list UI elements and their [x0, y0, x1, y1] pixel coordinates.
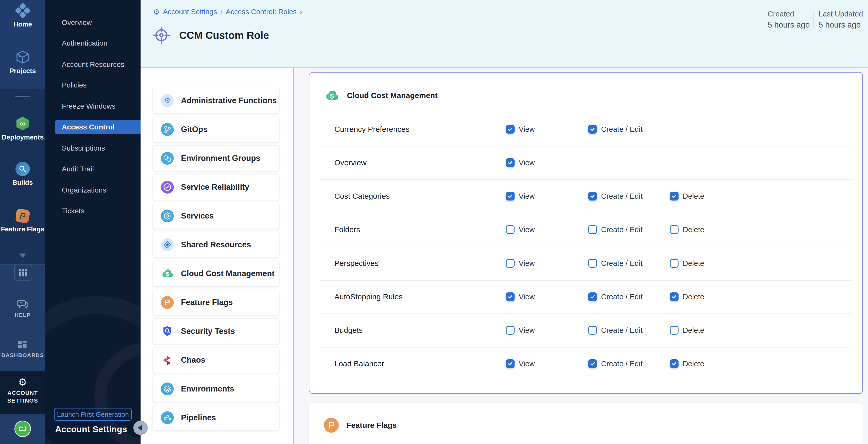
sidebar-item-freeze-windows[interactable]: Freeze Windows: [45, 99, 141, 114]
view-checkbox[interactable]: [506, 359, 515, 368]
row-divider: [320, 180, 852, 180]
sidebar-item-overview[interactable]: Overview: [45, 15, 141, 30]
view-permission: View: [506, 192, 535, 200]
account-settings-sidebar: Overview Authentication Account Resource…: [45, 0, 141, 444]
resource-category-feature-flags[interactable]: Feature Flags: [152, 290, 280, 315]
created-label: Created: [768, 10, 810, 18]
collapse-sidebar-toggle[interactable]: [133, 420, 148, 435]
content-divider: [293, 68, 294, 444]
last-updated-value: 5 hours ago: [818, 20, 863, 30]
create-edit-permission: Create / Edit: [588, 359, 643, 368]
nav-item-account-settings[interactable]: ⚙ ACCOUNT SETTINGS: [0, 377, 45, 405]
permission-row-folders: Folders View Create / Edit Delete: [334, 224, 852, 235]
nav-item-builds[interactable]: Builds: [0, 162, 45, 186]
launch-first-generation-button[interactable]: Launch First Generation: [54, 408, 132, 421]
nav-item-feature-flags[interactable]: Feature Flags: [0, 209, 45, 233]
create-edit-checkbox[interactable]: [588, 326, 597, 335]
delete-permission: Delete: [670, 326, 704, 335]
nav-item-help[interactable]: ? HELP: [0, 299, 45, 319]
hexagon-group-icon: [161, 152, 174, 165]
breadcrumb-access-control-roles[interactable]: Access Control: Roles: [226, 8, 297, 16]
view-checkbox[interactable]: [506, 125, 515, 134]
resource-category-service-reliability[interactable]: Service Reliability: [152, 174, 280, 200]
created-value: 5 hours ago: [768, 20, 810, 30]
resource-category-services[interactable]: Services: [152, 203, 280, 229]
resource-category-administrative-functions[interactable]: ⚙ Administrative Functions: [152, 88, 280, 114]
view-checkbox[interactable]: [506, 158, 515, 167]
sidebar-item-authentication[interactable]: Authentication: [45, 36, 141, 51]
resource-category-cloud-cost-management[interactable]: $ Cloud Cost Management: [152, 261, 280, 286]
sidebar-item-account-resources[interactable]: Account Resources: [45, 57, 141, 72]
sidebar-item-access-control[interactable]: Access Control: [55, 120, 141, 134]
create-edit-checkbox[interactable]: [588, 259, 597, 268]
shield-scan-icon: [161, 325, 174, 338]
create-edit-checkbox[interactable]: [588, 125, 597, 134]
page-header: ⚙ Account Settings › Access Control: Rol…: [141, 0, 868, 68]
svg-text:$: $: [330, 92, 334, 100]
nav-label-home: Home: [13, 20, 32, 28]
resource-category-environment-groups[interactable]: Environment Groups: [152, 146, 280, 171]
sidebar-title: Account Settings: [55, 424, 127, 434]
resource-category-pipelines[interactable]: Pipelines: [152, 405, 280, 431]
delete-checkbox[interactable]: [670, 225, 679, 234]
gear-icon: ⚙: [18, 377, 27, 387]
view-checkbox[interactable]: [506, 326, 515, 335]
view-checkbox[interactable]: [506, 259, 515, 268]
nav-item-home[interactable]: Home: [0, 3, 45, 28]
row-divider: [320, 347, 852, 347]
permission-row-overview: Overview View: [334, 158, 852, 168]
nav-label-dashboards: DASHBOARDS: [1, 352, 44, 359]
row-divider: [320, 146, 852, 147]
module-chooser-button[interactable]: [14, 264, 32, 281]
delete-checkbox[interactable]: [670, 326, 679, 335]
breadcrumb-separator-icon: ›: [220, 8, 223, 16]
delete-checkbox[interactable]: [670, 292, 679, 301]
resource-category-shared-resources[interactable]: Shared Resources: [152, 232, 280, 258]
sidebar-item-organizations[interactable]: Organizations: [45, 183, 141, 197]
cube-icon: [16, 50, 30, 64]
sidebar-item-audit-trail[interactable]: Audit Trail: [45, 162, 141, 176]
create-edit-checkbox[interactable]: [588, 292, 597, 301]
breadcrumb-account-settings[interactable]: Account Settings: [163, 8, 217, 16]
svg-text:$: $: [166, 271, 169, 278]
panel-title: Feature Flags: [346, 421, 397, 430]
sidebar-item-subscriptions[interactable]: Subscriptions: [45, 141, 141, 155]
resource-category-gitops[interactable]: GitOps: [152, 117, 280, 142]
sidebar-item-tickets[interactable]: Tickets: [45, 204, 141, 218]
view-checkbox[interactable]: [506, 292, 515, 301]
create-edit-checkbox[interactable]: [588, 192, 597, 200]
create-edit-checkbox[interactable]: [588, 359, 597, 368]
nav-item-projects[interactable]: Projects: [0, 50, 45, 75]
meta-divider: [813, 11, 813, 28]
cloud-dollar-icon: $: [161, 267, 174, 280]
resource-category-security-tests[interactable]: Security Tests: [152, 318, 280, 344]
permission-row-budgets: Budgets View Create / Edit Delete: [334, 325, 852, 336]
view-permission: View: [506, 359, 535, 368]
nav-label-account-settings: ACCOUNT SETTINGS: [5, 389, 40, 405]
view-permission: View: [506, 225, 535, 234]
sidebar-item-policies[interactable]: Policies: [45, 78, 141, 92]
create-edit-permission: Create / Edit: [588, 225, 643, 234]
delete-checkbox[interactable]: [670, 259, 679, 268]
create-edit-checkbox[interactable]: [588, 225, 597, 234]
resource-category-chaos[interactable]: Chaos: [152, 347, 280, 373]
chevron-left-icon: [138, 425, 142, 431]
avatar[interactable]: CJ: [14, 420, 31, 437]
layers-icon: [161, 382, 174, 395]
create-edit-permission: Create / Edit: [588, 192, 643, 200]
created-meta: Created 5 hours ago: [768, 10, 810, 30]
resource-category-environments[interactable]: Environments: [152, 376, 280, 402]
gauge-check-icon: [161, 181, 174, 194]
delete-checkbox[interactable]: [670, 359, 679, 368]
dashboard-grid-icon: [18, 340, 28, 350]
nav-item-deployments[interactable]: ∞ Deployments: [0, 116, 45, 141]
chevron-down-icon[interactable]: [19, 254, 26, 258]
view-checkbox[interactable]: [506, 192, 515, 200]
ccm-permissions-panel: $ Cloud Cost Management Currency Prefere…: [309, 72, 863, 394]
create-edit-permission: Create / Edit: [588, 125, 643, 134]
delete-checkbox[interactable]: [670, 192, 679, 200]
nav-item-dashboards[interactable]: DASHBOARDS: [0, 340, 45, 359]
view-checkbox[interactable]: [506, 225, 515, 234]
flag-icon: [15, 209, 30, 224]
last-updated-meta: Last Updated 5 hours ago: [818, 10, 863, 30]
